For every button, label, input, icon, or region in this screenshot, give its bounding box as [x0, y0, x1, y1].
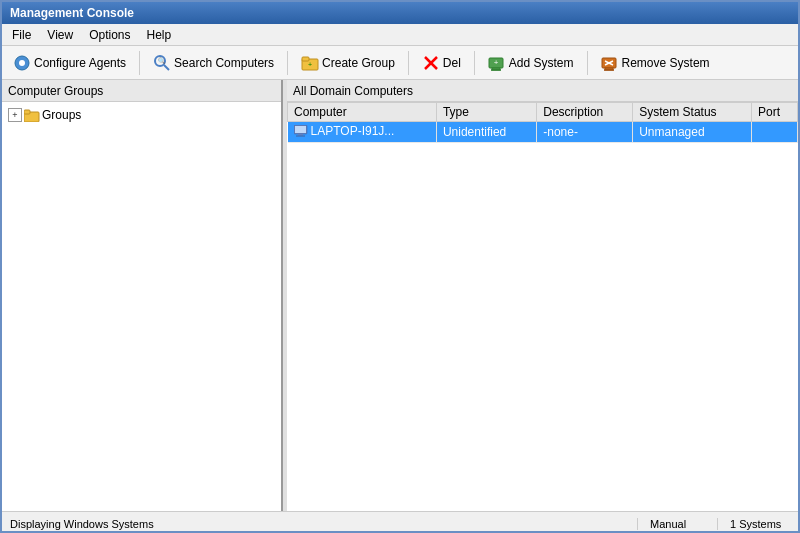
- add-system-label: Add System: [509, 56, 574, 70]
- menu-help[interactable]: Help: [141, 27, 178, 43]
- title-text: Management Console: [10, 6, 134, 20]
- delete-icon: [422, 54, 440, 72]
- main-content: Computer Groups + Groups All Domain Comp…: [2, 80, 798, 511]
- table-row[interactable]: LAPTOP-I91J... Unidentified -none- Unman…: [288, 122, 798, 143]
- col-system-status[interactable]: System Status: [633, 103, 752, 122]
- cell-description: -none-: [537, 122, 633, 143]
- col-computer[interactable]: Computer: [288, 103, 437, 122]
- svg-text:🔍: 🔍: [158, 57, 166, 65]
- menu-view[interactable]: View: [41, 27, 79, 43]
- data-table[interactable]: Computer Type Description System Status: [287, 102, 798, 511]
- right-panel: All Domain Computers Computer Type Descr…: [287, 80, 798, 511]
- left-panel-header: Computer Groups: [2, 80, 281, 102]
- status-bar: Displaying Windows Systems Manual 1 Syst…: [2, 511, 798, 533]
- status-text: Displaying Windows Systems: [10, 518, 154, 530]
- computer-cell-content: LAPTOP-I91J...: [294, 124, 395, 138]
- cell-type: Unidentified: [436, 122, 536, 143]
- tree-view[interactable]: + Groups: [2, 102, 281, 511]
- svg-point-1: [19, 60, 25, 66]
- remove-system-icon: [601, 54, 619, 72]
- col-port[interactable]: Port: [751, 103, 797, 122]
- col-description[interactable]: Description: [537, 103, 633, 122]
- add-system-button[interactable]: + Add System: [481, 49, 581, 77]
- computers-table: Computer Type Description System Status: [287, 102, 798, 143]
- search-computers-button[interactable]: 🔍 Search Computers: [146, 49, 281, 77]
- left-panel: Computer Groups + Groups: [2, 80, 283, 511]
- svg-text:+: +: [493, 58, 498, 67]
- svg-rect-23: [298, 134, 303, 136]
- right-panel-header: All Domain Computers: [287, 80, 798, 102]
- groups-icon: [24, 107, 40, 123]
- status-left: Displaying Windows Systems: [2, 518, 638, 530]
- create-group-button[interactable]: + Create Group: [294, 49, 402, 77]
- svg-rect-22: [295, 126, 306, 133]
- toolbar: Configure Agents 🔍 Search Computers + Cr…: [2, 46, 798, 80]
- right-panel-title: All Domain Computers: [293, 84, 413, 98]
- separator-3: [408, 51, 409, 75]
- separator-5: [587, 51, 588, 75]
- svg-text:+: +: [308, 61, 312, 68]
- col-type[interactable]: Type: [436, 103, 536, 122]
- remove-system-label: Remove System: [622, 56, 710, 70]
- cell-port: [751, 122, 797, 143]
- status-right: 1 Systems: [718, 518, 798, 530]
- search-computers-icon: 🔍: [153, 54, 171, 72]
- menu-file[interactable]: File: [6, 27, 37, 43]
- status-manual: Manual: [650, 518, 686, 530]
- title-bar: Management Console: [2, 2, 798, 24]
- create-group-icon: +: [301, 54, 319, 72]
- menu-options[interactable]: Options: [83, 27, 136, 43]
- groups-label: Groups: [42, 108, 81, 122]
- add-system-icon: +: [488, 54, 506, 72]
- cell-computer: LAPTOP-I91J...: [288, 122, 437, 143]
- tree-expander[interactable]: +: [8, 108, 22, 122]
- configure-agents-button[interactable]: Configure Agents: [6, 49, 133, 77]
- delete-button[interactable]: Del: [415, 49, 468, 77]
- tree-root-item[interactable]: + Groups: [6, 106, 277, 124]
- search-computers-label: Search Computers: [174, 56, 274, 70]
- left-panel-title: Computer Groups: [8, 84, 103, 98]
- separator-4: [474, 51, 475, 75]
- create-group-label: Create Group: [322, 56, 395, 70]
- menu-bar: File View Options Help: [2, 24, 798, 46]
- configure-agents-label: Configure Agents: [34, 56, 126, 70]
- remove-system-button[interactable]: Remove System: [594, 49, 717, 77]
- status-middle: Manual: [638, 518, 718, 530]
- cell-system-status: Unmanaged: [633, 122, 752, 143]
- table-header-row: Computer Type Description System Status: [288, 103, 798, 122]
- delete-label: Del: [443, 56, 461, 70]
- separator-2: [287, 51, 288, 75]
- svg-rect-20: [24, 110, 30, 114]
- status-count: 1 Systems: [730, 518, 781, 530]
- svg-line-3: [164, 65, 169, 70]
- configure-agents-icon: [13, 54, 31, 72]
- separator-1: [139, 51, 140, 75]
